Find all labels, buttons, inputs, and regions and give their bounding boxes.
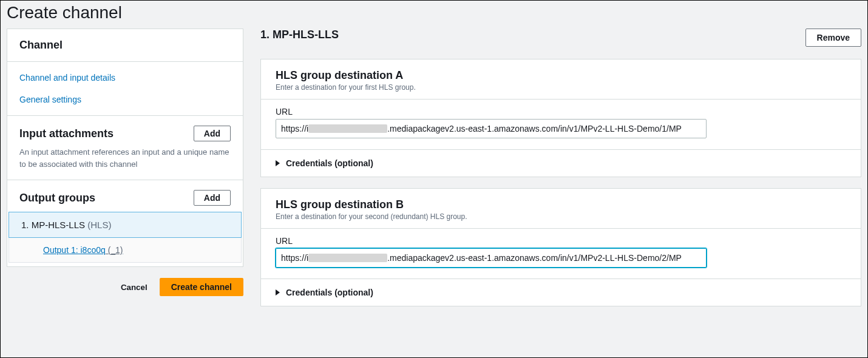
nav-general-settings[interactable]: General settings [7, 89, 243, 115]
dest-b-title: HLS group destination B [276, 198, 846, 211]
cancel-button[interactable]: Cancel [112, 278, 156, 296]
hls-destination-b-panel: HLS group destination B Enter a destinat… [260, 188, 861, 306]
input-attachments-help: An input attachment references an input … [19, 146, 231, 170]
redacted-segment [308, 124, 387, 133]
dest-b-credentials-label: Credentials (optional) [286, 288, 373, 297]
output-item[interactable]: Output 1: i8co0q (_1) [8, 238, 242, 263]
add-input-attachment-button[interactable]: Add [194, 126, 231, 141]
output-group-item[interactable]: 1. MP-HLS-LLS (HLS) [8, 212, 242, 238]
nav-channel-input-details[interactable]: Channel and input details [7, 62, 243, 89]
dest-a-desc: Enter a destination for your first HLS g… [276, 83, 846, 92]
dest-b-url-input[interactable]: https://i.mediapackagev2.us-east-1.amazo… [276, 248, 707, 268]
dest-a-credentials-label: Credentials (optional) [286, 158, 373, 168]
dest-b-url-label: URL [276, 236, 846, 246]
sidebar: Channel Channel and input details Genera… [7, 29, 243, 296]
dest-b-credentials-toggle[interactable]: Credentials (optional) [261, 279, 861, 306]
sidebar-section-channel-title: Channel [7, 29, 243, 61]
dest-a-url-label: URL [276, 107, 846, 117]
page-title: Create channel [7, 3, 867, 22]
input-attachments-heading: Input attachments [19, 127, 114, 140]
dest-a-url-input[interactable]: https://i.mediapackagev2.us-east-1.amazo… [276, 119, 707, 138]
create-channel-button[interactable]: Create channel [160, 278, 243, 296]
output-groups-heading: Output groups [19, 192, 95, 204]
remove-button[interactable]: Remove [805, 29, 861, 47]
dest-a-title: HLS group destination A [276, 69, 846, 82]
caret-right-icon [276, 160, 280, 166]
dest-b-desc: Enter a destination for your second (red… [276, 212, 846, 221]
caret-right-icon [276, 289, 280, 296]
main-content: 1. MP-HLS-LLS Remove HLS group destinati… [243, 29, 861, 317]
output-link[interactable]: Output 1: i8co0q (_1) [43, 245, 123, 255]
redacted-segment [308, 254, 387, 262]
main-heading: 1. MP-HLS-LLS [260, 29, 339, 41]
dest-a-credentials-toggle[interactable]: Credentials (optional) [261, 149, 861, 177]
output-group-suffix: (HLS) [85, 220, 111, 230]
output-group-label: 1. MP-HLS-LLS [21, 220, 85, 230]
add-output-group-button[interactable]: Add [194, 190, 231, 206]
hls-destination-a-panel: HLS group destination A Enter a destinat… [260, 59, 861, 177]
